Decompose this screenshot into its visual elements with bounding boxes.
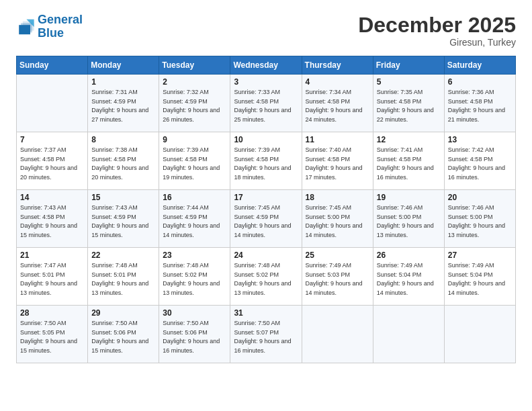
day-number: 1 — [91, 77, 155, 87]
calendar-cell: 1Sunrise: 7:31 AM Sunset: 4:59 PM Daylig… — [88, 75, 159, 132]
day-number: 30 — [163, 308, 226, 318]
day-info: Sunrise: 7:50 AM Sunset: 5:05 PM Dayligh… — [20, 319, 84, 355]
day-number: 19 — [377, 193, 441, 202]
day-info: Sunrise: 7:50 AM Sunset: 5:06 PM Dayligh… — [163, 319, 226, 355]
calendar-cell: 4Sunrise: 7:34 AM Sunset: 4:58 PM Daylig… — [302, 75, 373, 132]
day-info: Sunrise: 7:49 AM Sunset: 5:04 PM Dayligh… — [448, 261, 512, 298]
day-info: Sunrise: 7:35 AM Sunset: 4:58 PM Dayligh… — [377, 88, 441, 124]
calendar-cell — [302, 306, 373, 363]
calendar-cell: 26Sunrise: 7:49 AM Sunset: 5:04 PM Dayli… — [373, 248, 444, 306]
logo: General Blue — [16, 13, 83, 40]
header-day: Saturday — [444, 56, 515, 75]
calendar-week: 7Sunrise: 7:37 AM Sunset: 4:58 PM Daylig… — [17, 132, 516, 190]
calendar-cell: 27Sunrise: 7:49 AM Sunset: 5:04 PM Dayli… — [444, 248, 515, 306]
day-number: 10 — [234, 135, 298, 144]
calendar-cell: 12Sunrise: 7:41 AM Sunset: 4:58 PM Dayli… — [373, 132, 444, 190]
calendar-cell: 21Sunrise: 7:47 AM Sunset: 5:01 PM Dayli… — [17, 248, 88, 306]
day-number: 29 — [91, 308, 155, 318]
calendar-cell: 6Sunrise: 7:36 AM Sunset: 4:58 PM Daylig… — [444, 75, 515, 132]
day-number: 31 — [234, 308, 298, 318]
day-info: Sunrise: 7:49 AM Sunset: 5:03 PM Dayligh… — [306, 261, 369, 298]
day-number: 25 — [306, 250, 369, 260]
logo-icon — [16, 17, 35, 36]
day-number: 24 — [234, 250, 298, 260]
calendar-cell: 23Sunrise: 7:48 AM Sunset: 5:02 PM Dayli… — [159, 248, 230, 306]
day-number: 16 — [163, 193, 226, 202]
calendar-cell: 8Sunrise: 7:38 AM Sunset: 4:58 PM Daylig… — [88, 132, 159, 190]
calendar-cell: 15Sunrise: 7:43 AM Sunset: 4:59 PM Dayli… — [88, 190, 159, 248]
calendar-cell: 25Sunrise: 7:49 AM Sunset: 5:03 PM Dayli… — [302, 248, 373, 306]
day-number: 20 — [448, 193, 512, 202]
day-info: Sunrise: 7:33 AM Sunset: 4:58 PM Dayligh… — [234, 88, 298, 124]
day-info: Sunrise: 7:45 AM Sunset: 4:59 PM Dayligh… — [234, 203, 298, 240]
day-info: Sunrise: 7:47 AM Sunset: 5:01 PM Dayligh… — [20, 261, 84, 298]
calendar-cell: 13Sunrise: 7:42 AM Sunset: 4:58 PM Dayli… — [444, 132, 515, 190]
day-number: 17 — [234, 193, 298, 202]
header-day: Wednesday — [230, 56, 302, 75]
calendar-cell: 3Sunrise: 7:33 AM Sunset: 4:58 PM Daylig… — [230, 75, 302, 132]
day-number: 9 — [163, 135, 226, 144]
calendar-cell: 24Sunrise: 7:48 AM Sunset: 5:02 PM Dayli… — [230, 248, 302, 306]
logo-line2: Blue — [38, 26, 64, 40]
day-info: Sunrise: 7:31 AM Sunset: 4:59 PM Dayligh… — [91, 88, 155, 124]
day-info: Sunrise: 7:49 AM Sunset: 5:04 PM Dayligh… — [377, 261, 441, 298]
calendar-cell — [17, 75, 88, 132]
calendar-cell — [373, 306, 444, 363]
header-day: Friday — [373, 56, 444, 75]
calendar-cell: 11Sunrise: 7:40 AM Sunset: 4:58 PM Dayli… — [302, 132, 373, 190]
day-number: 13 — [448, 135, 512, 144]
day-info: Sunrise: 7:43 AM Sunset: 4:58 PM Dayligh… — [20, 203, 84, 240]
calendar-cell: 2Sunrise: 7:32 AM Sunset: 4:59 PM Daylig… — [159, 75, 230, 132]
day-info: Sunrise: 7:37 AM Sunset: 4:58 PM Dayligh… — [20, 146, 84, 182]
day-info: Sunrise: 7:43 AM Sunset: 4:59 PM Dayligh… — [91, 203, 155, 240]
header-day: Sunday — [17, 56, 88, 75]
calendar-cell: 18Sunrise: 7:45 AM Sunset: 5:00 PM Dayli… — [302, 190, 373, 248]
day-number: 7 — [20, 135, 84, 144]
calendar-cell: 22Sunrise: 7:48 AM Sunset: 5:01 PM Dayli… — [88, 248, 159, 306]
day-info: Sunrise: 7:38 AM Sunset: 4:58 PM Dayligh… — [91, 146, 155, 182]
day-number: 26 — [377, 250, 441, 260]
month-title: December 2025 — [358, 13, 516, 37]
day-info: Sunrise: 7:45 AM Sunset: 5:00 PM Dayligh… — [306, 203, 369, 240]
calendar-cell: 14Sunrise: 7:43 AM Sunset: 4:58 PM Dayli… — [17, 190, 88, 248]
day-info: Sunrise: 7:50 AM Sunset: 5:06 PM Dayligh… — [91, 319, 155, 355]
day-info: Sunrise: 7:46 AM Sunset: 5:00 PM Dayligh… — [377, 203, 441, 240]
day-number: 11 — [306, 135, 369, 144]
calendar-week: 1Sunrise: 7:31 AM Sunset: 4:59 PM Daylig… — [17, 75, 516, 132]
day-number: 14 — [20, 193, 84, 202]
calendar-cell: 5Sunrise: 7:35 AM Sunset: 4:58 PM Daylig… — [373, 75, 444, 132]
day-number: 6 — [448, 77, 512, 87]
day-number: 27 — [448, 250, 512, 260]
calendar-cell: 10Sunrise: 7:39 AM Sunset: 4:58 PM Dayli… — [230, 132, 302, 190]
day-info: Sunrise: 7:50 AM Sunset: 5:07 PM Dayligh… — [234, 319, 298, 355]
calendar-week: 14Sunrise: 7:43 AM Sunset: 4:58 PM Dayli… — [17, 190, 516, 248]
day-info: Sunrise: 7:40 AM Sunset: 4:58 PM Dayligh… — [306, 146, 369, 182]
header-day: Thursday — [302, 56, 373, 75]
day-number: 5 — [377, 77, 441, 87]
day-info: Sunrise: 7:41 AM Sunset: 4:58 PM Dayligh… — [377, 146, 441, 182]
day-number: 4 — [306, 77, 369, 87]
day-info: Sunrise: 7:42 AM Sunset: 4:58 PM Dayligh… — [448, 146, 512, 182]
title-block: December 2025 Giresun, Turkey — [358, 13, 516, 48]
header-day: Monday — [88, 56, 159, 75]
day-number: 8 — [91, 135, 155, 144]
calendar-cell: 30Sunrise: 7:50 AM Sunset: 5:06 PM Dayli… — [159, 306, 230, 363]
day-number: 28 — [20, 308, 84, 318]
calendar-cell: 28Sunrise: 7:50 AM Sunset: 5:05 PM Dayli… — [17, 306, 88, 363]
calendar-cell: 29Sunrise: 7:50 AM Sunset: 5:06 PM Dayli… — [88, 306, 159, 363]
day-info: Sunrise: 7:32 AM Sunset: 4:59 PM Dayligh… — [163, 88, 226, 124]
day-number: 15 — [91, 193, 155, 202]
header-row: SundayMondayTuesdayWednesdayThursdayFrid… — [17, 56, 516, 75]
day-info: Sunrise: 7:48 AM Sunset: 5:02 PM Dayligh… — [234, 261, 298, 298]
day-number: 21 — [20, 250, 84, 260]
day-number: 23 — [163, 250, 226, 260]
header-day: Tuesday — [159, 56, 230, 75]
page: General Blue December 2025 Giresun, Turk… — [0, 0, 532, 411]
svg-marker-2 — [19, 25, 30, 34]
day-info: Sunrise: 7:36 AM Sunset: 4:58 PM Dayligh… — [448, 88, 512, 124]
calendar-week: 28Sunrise: 7:50 AM Sunset: 5:05 PM Dayli… — [17, 306, 516, 363]
logo-text: General Blue — [38, 13, 83, 40]
day-info: Sunrise: 7:46 AM Sunset: 5:00 PM Dayligh… — [448, 203, 512, 240]
calendar-cell: 19Sunrise: 7:46 AM Sunset: 5:00 PM Dayli… — [373, 190, 444, 248]
calendar-table: SundayMondayTuesdayWednesdayThursdayFrid… — [16, 56, 516, 363]
